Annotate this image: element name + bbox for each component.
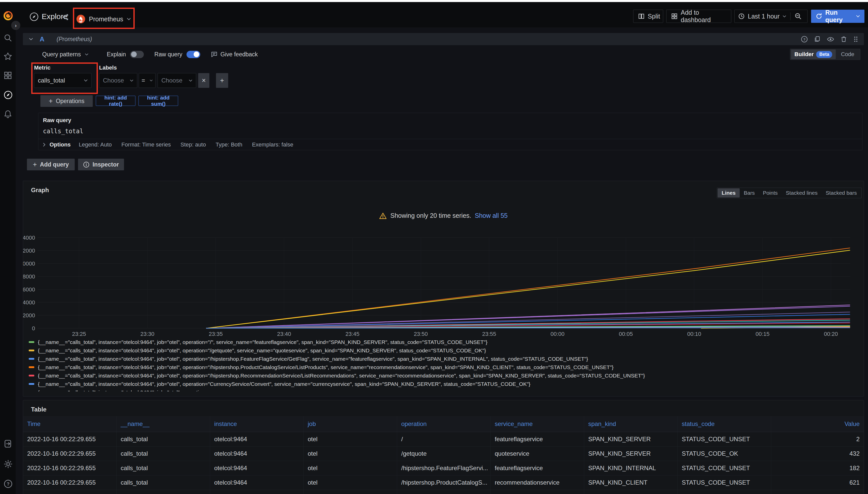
- legend-item[interactable]: {__name__="calls_total", instance="otelc…: [29, 355, 645, 363]
- table-cell: recommendationservice: [491, 475, 584, 490]
- query-options-row[interactable]: Options Legend: Auto Format: Time series…: [38, 139, 862, 150]
- label-value-select[interactable]: Choose: [158, 73, 196, 88]
- add-query-button[interactable]: + Add query: [27, 159, 75, 170]
- table-cell: STATUS_CODE_OK: [678, 446, 771, 461]
- give-feedback-link[interactable]: Give feedback: [211, 51, 258, 58]
- legend-item-clipped[interactable]: {__name__="calls_total", instance="otelc…: [29, 388, 645, 392]
- settings-gear-icon[interactable]: [3, 459, 13, 469]
- column-header---name--[interactable]: __name__: [116, 416, 210, 432]
- show-all-series-link[interactable]: Show all 55: [475, 212, 507, 219]
- duplicate-query-icon[interactable]: [814, 36, 821, 43]
- legend-item[interactable]: {__name__="calls_total", instance="otelc…: [29, 380, 645, 388]
- share-icon[interactable]: [62, 14, 69, 21]
- series-line: [206, 328, 850, 328]
- explain-toggle[interactable]: [130, 51, 144, 58]
- options-label: Options: [50, 141, 71, 148]
- add-label-filter-button[interactable]: +: [216, 73, 228, 88]
- graph-mode-stacked-lines[interactable]: Stacked lines: [782, 188, 822, 197]
- column-header-span-kind[interactable]: span_kind: [584, 416, 678, 432]
- label-key-placeholder: Choose: [103, 77, 124, 84]
- column-header-instance[interactable]: instance: [210, 416, 304, 432]
- run-query-button[interactable]: Run query: [811, 10, 865, 23]
- x-axis-tick-label: 23:50: [414, 331, 428, 337]
- query-patterns-label: Query patterns: [42, 51, 81, 58]
- query-patterns-dropdown[interactable]: Query patterns: [42, 51, 88, 58]
- search-icon[interactable]: [3, 34, 12, 42]
- column-header-operation[interactable]: operation: [397, 416, 491, 432]
- column-header-job[interactable]: job: [304, 416, 397, 432]
- graph-mode-stacked-bars[interactable]: Stacked bars: [821, 188, 861, 197]
- table-cell: quoteservice: [491, 446, 584, 461]
- code-tab[interactable]: Code: [836, 51, 860, 58]
- table-cell: STATUS_CODE_UNSET: [678, 461, 771, 475]
- column-header-time[interactable]: Time: [23, 416, 116, 432]
- builder-tab[interactable]: Builder Beta: [791, 50, 836, 59]
- table-cell: otelcol:9464: [210, 490, 304, 494]
- chevron-down-icon[interactable]: [856, 15, 860, 18]
- y-axis-tick-label: 6000: [23, 286, 35, 293]
- starred-icon[interactable]: [3, 52, 12, 61]
- builder-code-switch: Builder Beta Code: [790, 49, 861, 60]
- add-to-dashboard-button[interactable]: Add to dashboard: [666, 10, 731, 23]
- legend-item[interactable]: {__name__="calls_total", instance="otelc…: [29, 346, 645, 355]
- table-panel: Table Time__name__instancejoboperationse…: [23, 400, 864, 494]
- grafana-logo[interactable]: [2, 10, 14, 21]
- alerting-bell-icon[interactable]: [3, 110, 12, 118]
- table-cell: 2022-10-16 00:22:29.655: [23, 490, 116, 494]
- raw-query-box: Raw query calls_total Options Legend: Au…: [38, 113, 863, 150]
- graph-mode-lines[interactable]: Lines: [718, 188, 740, 197]
- sign-in-icon[interactable]: [3, 439, 13, 448]
- graph-panel-title: Graph: [31, 187, 49, 194]
- label-key-select[interactable]: Choose: [99, 73, 137, 88]
- help-circle-icon[interactable]: ?: [801, 36, 808, 43]
- time-range-picker[interactable]: Last 1 hour: [734, 10, 808, 23]
- datasource-picker[interactable]: Prometheus: [76, 13, 131, 25]
- graph-mode-points[interactable]: Points: [759, 188, 782, 197]
- query-datasource-hint: (Prometheus): [57, 36, 92, 43]
- disable-query-eye-icon[interactable]: [827, 36, 834, 43]
- legend-item[interactable]: {__name__="calls_total", instance="otelc…: [29, 363, 645, 372]
- help-icon[interactable]: ?: [3, 479, 13, 489]
- collapse-chevron-icon[interactable]: [29, 38, 33, 40]
- legend-swatch: [29, 341, 34, 343]
- timeseries-chart[interactable]: 23:2523:3023:3523:4023:4523:5023:5500:00…: [23, 226, 864, 338]
- column-header-value[interactable]: Value: [771, 416, 864, 432]
- apps-grid-icon: [671, 13, 678, 20]
- table-cell: recommendationservice: [491, 490, 584, 494]
- metric-select[interactable]: calls_total: [34, 73, 91, 88]
- table-cell: otel: [304, 432, 397, 446]
- label-value-placeholder: Choose: [161, 77, 182, 84]
- remove-label-filter-button[interactable]: ×: [198, 73, 210, 88]
- y-axis-tick-label: 2000: [23, 312, 35, 319]
- query-toolbar: Query patterns Explain Raw query Give fe…: [23, 48, 864, 60]
- chevron-down-icon: [84, 79, 88, 82]
- table-cell: SPAN_KIND_SERVER: [584, 490, 678, 494]
- graph-mode-bars[interactable]: Bars: [740, 188, 759, 197]
- zoom-out-icon[interactable]: [795, 13, 802, 20]
- legend-label: {__name__="calls_total", instance="otelc…: [38, 373, 645, 379]
- table-row: 2022-10-16 00:22:29.655calls_totalotelco…: [23, 432, 864, 446]
- chevron-down-icon: [130, 79, 133, 82]
- option-exemplars: Exemplars: false: [252, 141, 293, 148]
- dashboards-icon[interactable]: [3, 71, 12, 80]
- table-cell: calls_total: [116, 446, 210, 461]
- drag-handle-icon[interactable]: [853, 36, 858, 43]
- inspector-button[interactable]: Inspector: [78, 159, 124, 170]
- hint-add-rate-button[interactable]: hint: add rate(): [96, 96, 135, 106]
- y-axis-tick-label: 10000: [23, 261, 35, 267]
- query-row-header[interactable]: A (Prometheus) ?: [23, 33, 864, 45]
- expand-sidebar-button[interactable]: ›: [11, 21, 20, 30]
- explore-icon[interactable]: [3, 90, 13, 99]
- column-header-status-code[interactable]: status_code: [678, 416, 771, 432]
- raw-query-toggle[interactable]: [186, 51, 200, 58]
- add-operation-button[interactable]: + Operations: [40, 95, 93, 107]
- column-header-service-name[interactable]: service_name: [491, 416, 584, 432]
- divider: [790, 13, 791, 20]
- legend-item[interactable]: {__name__="calls_total", instance="otelc…: [29, 338, 645, 346]
- split-button[interactable]: Split: [633, 10, 663, 23]
- table-cell: featureflagservice: [491, 432, 584, 446]
- legend-item[interactable]: {__name__="calls_total", instance="otelc…: [29, 372, 645, 380]
- delete-query-trash-icon[interactable]: [840, 36, 847, 43]
- label-operator-select[interactable]: =: [139, 73, 156, 88]
- hint-add-sum-button[interactable]: hint: add sum(): [139, 96, 178, 106]
